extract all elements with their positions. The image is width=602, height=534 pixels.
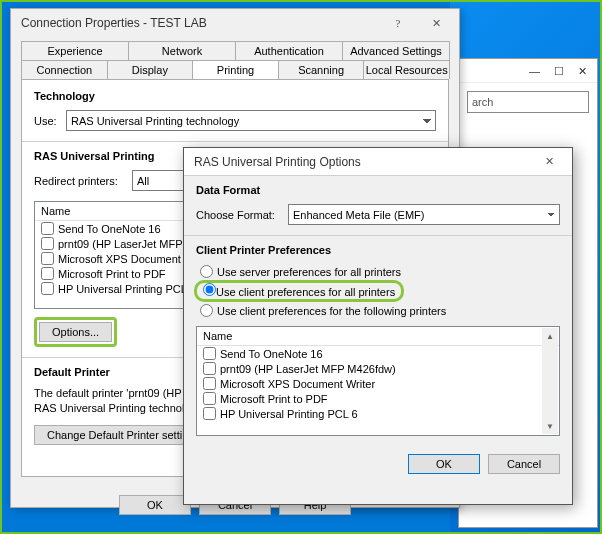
technology-select[interactable]: RAS Universal Printing technology [66, 110, 436, 131]
bg-maximize[interactable]: ☐ [554, 65, 564, 78]
tab-scanning[interactable]: Scanning [278, 60, 365, 79]
printer-name: Microsoft Print to PDF [58, 268, 166, 280]
printer-name: prnt09 (HP LaserJet MFP [58, 238, 183, 250]
tab-display[interactable]: Display [107, 60, 194, 79]
name-column-header: Name [197, 327, 559, 346]
search-input[interactable]: arch [467, 91, 589, 113]
printer-checkbox[interactable] [41, 237, 54, 250]
ok-button[interactable]: OK [119, 495, 191, 515]
titlebar: Connection Properties - TEST LAB ? ✕ [11, 9, 459, 37]
redirect-label: Redirect printers: [34, 175, 124, 187]
printer-checkbox[interactable] [203, 362, 216, 375]
printer-name: Microsoft Print to PDF [220, 393, 328, 405]
tab-local-resources[interactable]: Local Resources [363, 60, 450, 79]
tab-network[interactable]: Network [128, 41, 236, 60]
radio-label: Use client preferences for all printers [216, 286, 395, 298]
printer-checkbox[interactable] [41, 252, 54, 265]
close-button[interactable]: ✕ [419, 13, 453, 33]
client-prefs-radio[interactable] [200, 265, 213, 278]
options-button[interactable]: Options... [39, 322, 112, 342]
list-item[interactable]: Microsoft XPS Document Writer [197, 376, 559, 391]
printer-name: Send To OneNote 16 [58, 223, 161, 235]
format-select[interactable]: Enhanced Meta File (EMF) [288, 204, 560, 225]
scroll-down-icon[interactable]: ▼ [542, 418, 558, 434]
radio-label: Use server preferences for all printers [217, 266, 401, 278]
printer-name: Microsoft XPS Document Writer [220, 378, 375, 390]
use-label: Use: [34, 115, 58, 127]
printer-checkbox[interactable] [203, 407, 216, 420]
printer-checkbox[interactable] [203, 392, 216, 405]
scrollbar[interactable]: ▲ ▼ [542, 328, 558, 434]
printer-name: prnt09 (HP LaserJet MFP M426fdw) [220, 363, 396, 375]
dialog2-close-button[interactable]: ✕ [532, 152, 566, 172]
printer-name: Microsoft XPS Document [58, 253, 181, 265]
tab-experience[interactable]: Experience [21, 41, 129, 60]
tab-connection[interactable]: Connection [21, 60, 108, 79]
dialog2-cancel-button[interactable]: Cancel [488, 454, 560, 474]
scroll-up-icon[interactable]: ▲ [542, 328, 558, 344]
list-item[interactable]: prnt09 (HP LaserJet MFP M426fdw) [197, 361, 559, 376]
tab-advanced-settings[interactable]: Advanced Settings [342, 41, 450, 60]
printer-name: HP Universal Printing PCL 6 [58, 283, 196, 295]
printer-checkbox[interactable] [203, 347, 216, 360]
tab-strip: ExperienceNetworkAuthenticationAdvanced … [21, 41, 449, 79]
choose-format-label: Choose Format: [196, 209, 280, 221]
client-prefs-heading: Client Printer Preferences [196, 244, 560, 256]
radio-label: Use client preferences for the following… [217, 305, 446, 317]
client-prefs-radio[interactable] [200, 304, 213, 317]
printer-name: Send To OneNote 16 [220, 348, 323, 360]
ras-printing-options-dialog: RAS Universal Printing Options ✕ Data Fo… [183, 147, 573, 505]
data-format-heading: Data Format [196, 184, 560, 196]
client-prefs-radio[interactable] [203, 283, 216, 296]
list-item[interactable]: Microsoft Print to PDF [197, 391, 559, 406]
printer-checkbox[interactable] [203, 377, 216, 390]
printer-checkbox[interactable] [41, 222, 54, 235]
list-item[interactable]: Send To OneNote 16 [197, 346, 559, 361]
bg-minimize[interactable]: — [529, 65, 540, 78]
technology-heading: Technology [34, 90, 436, 102]
tab-printing[interactable]: Printing [192, 60, 279, 79]
printer-checkbox[interactable] [41, 267, 54, 280]
window-title: Connection Properties - TEST LAB [21, 16, 381, 30]
list-item[interactable]: HP Universal Printing PCL 6 [197, 406, 559, 421]
tab-authentication[interactable]: Authentication [235, 41, 343, 60]
printer-name: HP Universal Printing PCL 6 [220, 408, 358, 420]
dialog2-title: RAS Universal Printing Options [194, 155, 532, 169]
bg-close[interactable]: ✕ [578, 65, 587, 78]
dialog2-ok-button[interactable]: OK [408, 454, 480, 474]
help-button[interactable]: ? [381, 13, 415, 33]
search-placeholder-fragment: arch [472, 96, 493, 108]
client-printers-list[interactable]: Name Send To OneNote 16prnt09 (HP LaserJ… [196, 326, 560, 436]
printer-checkbox[interactable] [41, 282, 54, 295]
